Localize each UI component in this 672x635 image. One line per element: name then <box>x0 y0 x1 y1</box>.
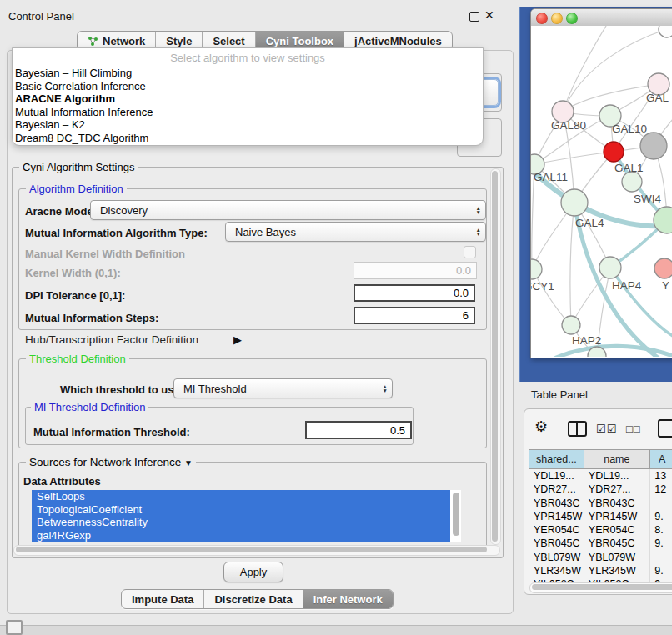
mi-threshold-field[interactable]: 0.5 <box>305 421 412 439</box>
network-view-window: GALGAL80GAL10GAL1GAL11SWI4GAL4GCY1HAP4YH… <box>530 8 672 358</box>
table-cell[interactable]: 8. <box>650 523 672 537</box>
tab-discretize-data[interactable]: Discretize Data <box>204 590 303 608</box>
table-row[interactable]: YDR27...YDR27...12 <box>529 482 672 496</box>
table-row[interactable]: YBL079WYBL079W <box>529 551 672 564</box>
network-node[interactable] <box>599 257 621 278</box>
network-node[interactable] <box>561 189 588 216</box>
mi-steps-field[interactable]: 6 <box>354 307 475 324</box>
network-node[interactable] <box>562 316 580 334</box>
checked-boxes-icon[interactable]: ☑☑ <box>596 422 617 435</box>
settings-horizontal-scrollbar[interactable] <box>13 545 500 556</box>
table-cell[interactable]: YBL079W <box>584 551 650 564</box>
table-cell[interactable]: YBR043C <box>529 497 584 510</box>
mi-type-select[interactable]: Naive Bayes ▲▼ <box>225 222 486 242</box>
algorithm-definition-title: Algorithm Definition <box>26 182 127 195</box>
dropdown-item[interactable]: Bayesian – Hill Climbing <box>13 67 483 80</box>
table-row[interactable]: YLR345WYLR345W9. <box>529 564 672 578</box>
table-body: YDL19...YDL19...13YDR27...YDR27...12YBR0… <box>529 469 672 592</box>
which-threshold-value: MI Threshold <box>183 382 247 395</box>
table-row[interactable]: YBR045CYBR045C9. <box>529 537 672 550</box>
dropdown-item[interactable]: Bayesian – K2 <box>13 118 483 132</box>
column-view-icon[interactable] <box>568 421 587 437</box>
column-header-clipped[interactable]: A <box>650 450 672 468</box>
table-cell[interactable]: YPR145W <box>529 510 584 523</box>
dropdown-item[interactable]: Mutual Information Inference <box>13 106 483 119</box>
attribute-item[interactable]: BetweennessCentrality <box>32 516 450 529</box>
table-mode-icon[interactable] <box>658 419 672 438</box>
table-cell[interactable]: YBL079W <box>529 551 584 564</box>
table-cell[interactable]: YLR345W <box>529 564 584 578</box>
screen: Control Panel ✕ Network Style Select Cyn… <box>0 0 672 635</box>
table-cell[interactable]: YER054C <box>584 523 650 537</box>
table-cell[interactable]: 9. <box>650 510 672 523</box>
network-node[interactable] <box>531 259 542 279</box>
settings-vertical-scrollbar[interactable] <box>490 168 501 545</box>
table-horizontal-scrollbar[interactable] <box>529 582 672 593</box>
table-row[interactable]: YPR145WYPR145W9. <box>529 510 672 523</box>
network-window-titlebar[interactable] <box>531 9 672 27</box>
table-cell[interactable]: YDR27... <box>529 482 584 496</box>
float-panel-icon[interactable] <box>469 12 479 22</box>
network-edge[interactable] <box>534 152 614 164</box>
table-cell[interactable]: YER054C <box>529 523 584 537</box>
dropdown-item[interactable]: Dream8 DC_TDC Algorithm <box>13 132 483 145</box>
attribute-item[interactable]: gal4RGexp <box>32 529 450 542</box>
table-row[interactable]: YDL19...YDL19...13 <box>529 469 672 482</box>
table-cell[interactable]: YLR345W <box>584 564 650 578</box>
column-header-shared[interactable]: shared... <box>529 450 584 468</box>
dropdown-item[interactable]: Basic Correlation Inference <box>13 80 483 93</box>
table-cell[interactable] <box>650 551 672 564</box>
which-threshold-select[interactable]: MI Threshold ▲▼ <box>173 378 393 398</box>
mini-window-icon[interactable] <box>6 620 23 635</box>
network-node[interactable] <box>654 258 672 278</box>
algorithm-dropdown-popup: Select algorithm to view settings Bayesi… <box>12 48 484 146</box>
dropdown-item-aracne[interactable]: ARACNE Algorithm <box>13 92 483 106</box>
table-cell[interactable]: YDL19... <box>529 469 584 482</box>
list-scrollbar[interactable] <box>453 492 459 536</box>
table-row[interactable]: YBR043CYBR043C <box>529 497 672 510</box>
column-header-name[interactable]: name <box>584 450 650 468</box>
mi-type-value: Naive Bayes <box>235 226 296 238</box>
table-cell[interactable]: YDL19... <box>584 469 650 482</box>
node-label: GAL <box>646 92 669 104</box>
table-row[interactable]: YER054CYER054C8. <box>529 523 672 537</box>
disclosure-right-icon[interactable]: ▶ <box>233 333 242 346</box>
network-node[interactable] <box>659 26 672 38</box>
zoom-traffic-light-icon[interactable] <box>566 12 578 24</box>
attribute-item[interactable]: SelfLoops <box>32 490 450 503</box>
network-edge[interactable] <box>570 202 574 325</box>
table-cell[interactable]: YBR045C <box>584 537 650 550</box>
table-cell[interactable] <box>650 497 672 510</box>
close-traffic-light-icon[interactable] <box>536 12 548 24</box>
network-node[interactable] <box>640 132 667 159</box>
table-cell[interactable]: YDR27... <box>584 482 650 496</box>
table-toolbar: ⚙ ☑☑ □□ <box>524 409 672 448</box>
table-cell[interactable]: YBR043C <box>584 497 650 510</box>
network-node[interactable] <box>622 172 642 192</box>
which-threshold-label: Which threshold to use: <box>60 383 183 396</box>
unchecked-boxes-icon[interactable]: □□ <box>626 422 641 435</box>
node-label: GAL4 <box>575 217 604 229</box>
manual-kernel-checkbox[interactable] <box>464 246 476 258</box>
table-cell[interactable]: 9. <box>650 537 672 550</box>
tab-infer-network[interactable]: Infer Network <box>303 590 393 608</box>
minimize-traffic-light-icon[interactable] <box>551 12 563 24</box>
tab-impute-data[interactable]: Impute Data <box>122 590 204 608</box>
gear-icon[interactable]: ⚙ <box>534 419 548 434</box>
table-cell[interactable]: 9. <box>650 564 672 578</box>
table-cell[interactable]: 13 <box>650 469 672 482</box>
close-icon[interactable]: ✕ <box>484 8 494 22</box>
network-node[interactable] <box>604 142 624 162</box>
apply-button[interactable]: Apply <box>223 562 283 582</box>
table-cell[interactable]: YPR145W <box>584 510 650 523</box>
disclosure-down-icon[interactable]: ▼ <box>184 458 193 468</box>
network-canvas[interactable]: GALGAL80GAL10GAL1GAL11SWI4GAL4GCY1HAP4YH… <box>531 26 672 357</box>
attribute-item[interactable]: TopologicalCoefficient <box>32 503 450 517</box>
kernel-width-field[interactable]: 0.0 <box>354 262 477 279</box>
table-cell[interactable]: YBR045C <box>529 537 584 550</box>
table-cell[interactable]: 12 <box>650 482 672 496</box>
aracne-mode-value: Discovery <box>100 204 148 217</box>
aracne-mode-select[interactable]: Discovery ▲▼ <box>90 200 486 220</box>
dpi-tolerance-field[interactable]: 0.0 <box>354 284 475 302</box>
mi-steps-label: Mutual Information Steps: <box>25 312 158 324</box>
